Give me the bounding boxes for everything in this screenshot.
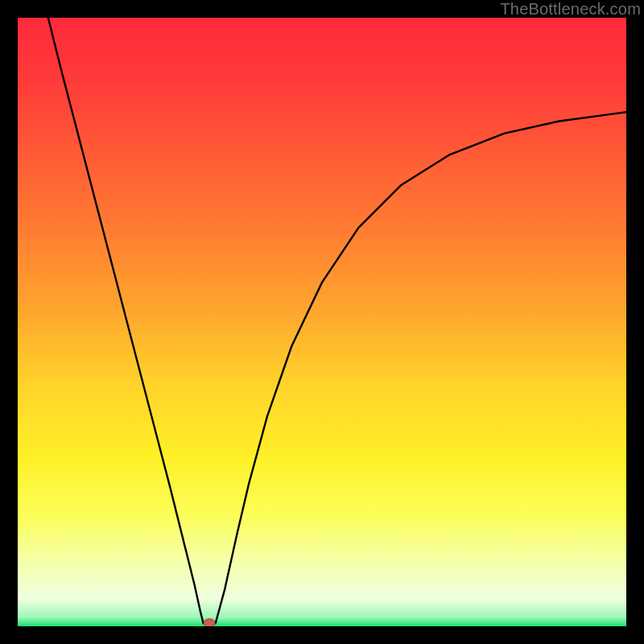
chart-frame xyxy=(18,18,626,626)
chart-background xyxy=(18,18,626,626)
minimum-marker xyxy=(204,619,215,627)
watermark-text: TheBottleneck.com xyxy=(500,0,641,19)
bottleneck-curve-chart xyxy=(18,18,626,626)
